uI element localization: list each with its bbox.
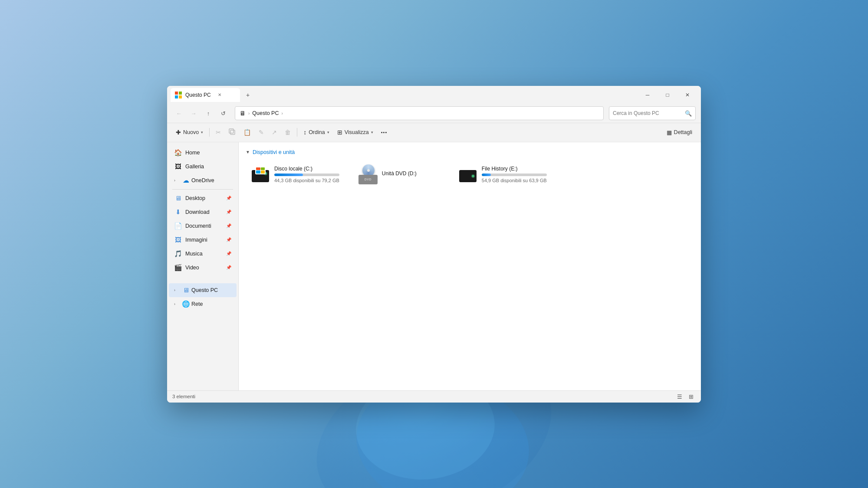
sidebar-label-questo-pc: Questo PC bbox=[191, 287, 218, 293]
toolbar: ✚ Nuovo ▾ ✂ 📋 ✎ ↗ 🗑 ↕ Ordina ▾ bbox=[167, 123, 701, 142]
rinomina-button[interactable]: ✎ bbox=[255, 125, 267, 139]
condividi-button[interactable]: ↗ bbox=[268, 125, 280, 139]
sidebar-item-musica[interactable]: 🎵 Musica 📌 bbox=[169, 247, 237, 261]
sidebar-sep bbox=[172, 189, 233, 190]
more-button[interactable]: ••• bbox=[378, 125, 391, 139]
musica-pin: 📌 bbox=[226, 251, 231, 256]
svg-rect-4 bbox=[179, 92, 182, 95]
sidebar-item-documenti[interactable]: 📄 Documenti 📌 bbox=[169, 219, 237, 233]
visualizza-label: Visualizza bbox=[345, 129, 369, 135]
video-icon: 🎬 bbox=[174, 264, 182, 272]
questo-pc-icon: 🖥 bbox=[182, 286, 190, 294]
documenti-pin: 📌 bbox=[226, 223, 231, 228]
address-sep1: › bbox=[248, 111, 250, 116]
drive-d-icon-wrapper: DVD bbox=[358, 165, 378, 184]
taglia-button[interactable]: ✂ bbox=[212, 125, 224, 139]
search-input[interactable] bbox=[613, 110, 682, 116]
onedrive-icon: ☁ bbox=[182, 177, 190, 184]
sidebar-item-immagini[interactable]: 🖼 Immagini 📌 bbox=[169, 233, 237, 247]
grid-view-button[interactable]: ⊞ bbox=[686, 392, 696, 401]
section-title: Dispositivi e unità bbox=[253, 149, 295, 155]
drive-d[interactable]: DVD Unità DVD (D:) bbox=[353, 160, 444, 188]
sidebar-label-onedrive: OneDrive bbox=[191, 177, 214, 183]
list-view-button[interactable]: ☰ bbox=[675, 392, 684, 401]
up-button[interactable]: ↑ bbox=[202, 107, 215, 120]
search-bar[interactable]: 🔍 bbox=[609, 106, 696, 120]
sidebar-item-rete[interactable]: › 🌐 Rete bbox=[169, 297, 237, 311]
minimize-button[interactable]: ─ bbox=[638, 86, 658, 104]
copia-icon bbox=[229, 128, 236, 137]
address-breadcrumb: Questo PC bbox=[252, 110, 279, 116]
svg-rect-7 bbox=[230, 130, 235, 134]
drive-e-name: File History (E:) bbox=[482, 166, 547, 172]
close-button[interactable]: ✕ bbox=[677, 86, 697, 104]
sidebar-item-home[interactable]: 🏠 Home bbox=[169, 146, 237, 160]
drive-c-info: Disco locale (C:) 44,3 GB disponibili su… bbox=[274, 166, 339, 183]
window-controls: ─ □ ✕ bbox=[638, 86, 697, 104]
section-header: ▼ Dispositivi e unità bbox=[246, 149, 694, 155]
visualizza-chevron: ▾ bbox=[371, 130, 373, 134]
incolla-button[interactable]: 📋 bbox=[240, 125, 254, 139]
sidebar: 🏠 Home 🖼 Galleria › ☁ OneDrive 🖥 Desktop… bbox=[167, 142, 239, 390]
sidebar-item-video[interactable]: 🎬 Video 📌 bbox=[169, 261, 237, 275]
tab-icon bbox=[175, 92, 182, 98]
onedrive-chevron: › bbox=[174, 178, 180, 183]
documenti-icon: 📄 bbox=[174, 222, 182, 230]
immagini-icon: 🖼 bbox=[174, 236, 182, 243]
sidebar-label-download: Download bbox=[185, 209, 210, 215]
sidebar-item-desktop[interactable]: 🖥 Desktop 📌 bbox=[169, 191, 237, 205]
sidebar-item-galleria[interactable]: 🖼 Galleria bbox=[169, 160, 237, 174]
condividi-icon: ↗ bbox=[272, 129, 277, 136]
questo-pc-chevron: › bbox=[174, 288, 180, 292]
drive-d-name: Unità DVD (D:) bbox=[382, 170, 439, 177]
nuovo-label: Nuovo bbox=[183, 129, 199, 135]
copia-button[interactable] bbox=[225, 125, 239, 139]
maximize-button[interactable]: □ bbox=[658, 86, 677, 104]
drive-c[interactable]: Disco locale (C:) 44,3 GB disponibili su… bbox=[246, 160, 345, 188]
immagini-pin: 📌 bbox=[226, 237, 231, 242]
current-tab[interactable]: Questo PC ✕ bbox=[171, 88, 240, 102]
ordina-chevron: ▾ bbox=[327, 130, 329, 134]
toolbar-sep2 bbox=[297, 128, 297, 137]
forward-button[interactable]: → bbox=[187, 107, 200, 120]
taglia-icon: ✂ bbox=[216, 129, 221, 136]
address-bar[interactable]: 🖥 › Questo PC › bbox=[235, 106, 604, 120]
desktop-icon: 🖥 bbox=[174, 194, 182, 202]
sidebar-item-download[interactable]: ⬇ Download 📌 bbox=[169, 205, 237, 219]
drive-e-bar-fill bbox=[482, 174, 491, 176]
address-sep2: › bbox=[281, 111, 283, 116]
address-computer-icon: 🖥 bbox=[240, 110, 246, 117]
drive-c-name: Disco locale (C:) bbox=[274, 166, 339, 172]
nuovo-button[interactable]: ✚ Nuovo ▾ bbox=[172, 125, 207, 139]
desktop-pin: 📌 bbox=[226, 196, 231, 200]
section-toggle[interactable]: ▼ bbox=[246, 150, 250, 154]
elimina-icon: 🗑 bbox=[285, 129, 291, 136]
rinomina-icon: ✎ bbox=[259, 129, 264, 136]
nuovo-chevron: ▾ bbox=[201, 130, 203, 134]
sidebar-item-questo-pc[interactable]: › 🖥 Questo PC bbox=[169, 283, 237, 297]
back-button[interactable]: ← bbox=[172, 107, 185, 120]
rete-icon: 🌐 bbox=[182, 300, 190, 308]
more-icon: ••• bbox=[381, 130, 388, 135]
sidebar-item-onedrive[interactable]: › ☁ OneDrive bbox=[169, 174, 237, 187]
file-explorer-window: Questo PC ✕ + ─ □ ✕ ← → ↑ ↺ 🖥 › Questo P… bbox=[167, 86, 701, 403]
drive-e[interactable]: File History (E:) 54,9 GB disponibili su… bbox=[453, 160, 552, 188]
drive-e-size: 54,9 GB disponibili su 63,9 GB bbox=[482, 178, 547, 183]
new-tab-button[interactable]: + bbox=[242, 89, 254, 101]
home-icon: 🏠 bbox=[174, 149, 182, 157]
dettagli-button[interactable]: ▦ Dettagli bbox=[663, 125, 696, 139]
tab-close-button[interactable]: ✕ bbox=[216, 92, 223, 98]
ordina-button[interactable]: ↕ Ordina ▾ bbox=[300, 125, 333, 139]
elimina-button[interactable]: 🗑 bbox=[281, 125, 294, 139]
nuovo-icon: ✚ bbox=[176, 129, 181, 136]
galleria-icon: 🖼 bbox=[174, 163, 182, 170]
visualizza-button[interactable]: ⊞ Visualizza ▾ bbox=[334, 125, 377, 139]
sidebar-label-rete: Rete bbox=[191, 301, 203, 307]
svg-rect-8 bbox=[229, 129, 233, 133]
musica-icon: 🎵 bbox=[174, 250, 182, 258]
search-icon: 🔍 bbox=[685, 110, 692, 117]
refresh-button[interactable]: ↺ bbox=[217, 107, 230, 120]
sidebar-label-galleria: Galleria bbox=[185, 164, 204, 170]
dettagli-label: Dettagli bbox=[674, 129, 692, 135]
status-elements: 3 elementi bbox=[172, 394, 195, 399]
